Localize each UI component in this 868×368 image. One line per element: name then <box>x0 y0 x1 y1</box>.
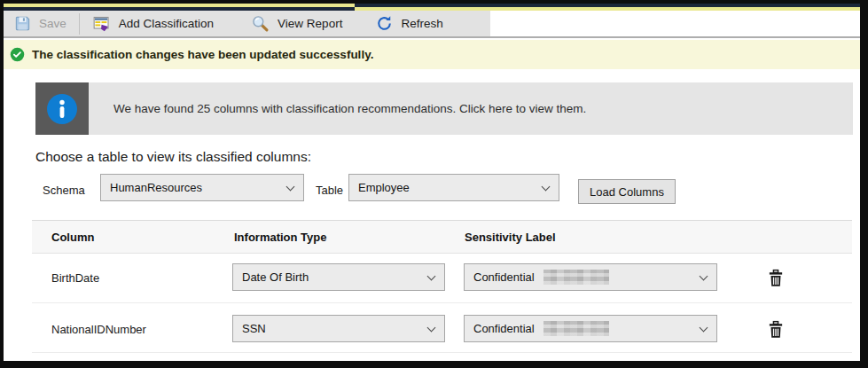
refresh-icon <box>376 15 393 32</box>
status-message: The classification changes have been upd… <box>32 48 373 61</box>
add-classification-button[interactable]: Add Classification <box>82 11 224 36</box>
info-icon-square <box>35 82 89 135</box>
redacted-text-blur <box>543 270 609 285</box>
chevron-down-icon <box>700 324 708 333</box>
sensitivity-label-value: Confidential <box>473 270 535 284</box>
view-report-button[interactable]: View Report <box>240 11 353 36</box>
table-dropdown[interactable]: Employee <box>348 174 559 201</box>
add-classification-icon <box>92 15 111 33</box>
save-button[interactable]: Save <box>4 11 77 36</box>
row-divider <box>32 352 852 353</box>
sensitivity-label-header: Sensitivity Label <box>465 231 556 244</box>
table-label: Table <box>316 184 343 197</box>
schema-dropdown[interactable]: HumanResources <box>100 174 304 201</box>
chevron-down-icon <box>542 183 551 192</box>
sensitivity-label-dropdown[interactable]: Confidential <box>464 315 717 342</box>
information-type-value: SSN <box>242 322 266 335</box>
information-type-header: Information Type <box>234 231 326 244</box>
chevron-down-icon <box>700 272 708 281</box>
delete-row-button[interactable] <box>766 269 786 288</box>
chevron-down-icon <box>427 324 436 333</box>
redacted-text-blur <box>543 321 609 336</box>
information-type-value: Date Of Birth <box>242 270 309 284</box>
load-columns-button[interactable]: Load Columns <box>578 179 676 204</box>
status-bar: The classification changes have been upd… <box>4 40 860 69</box>
save-icon <box>14 15 31 32</box>
information-type-dropdown[interactable]: SSN <box>232 315 445 342</box>
add-classification-label: Add Classification <box>119 17 214 30</box>
chevron-down-icon <box>427 272 436 281</box>
table-value: Employee <box>358 181 410 194</box>
recommendations-banner[interactable]: We have found 25 columns with classifica… <box>35 82 853 135</box>
row-divider <box>32 253 852 254</box>
row-divider <box>32 302 852 303</box>
check-circle-icon <box>10 47 25 62</box>
schema-value: HumanResources <box>110 181 202 194</box>
sensitivity-label-value: Confidential <box>473 322 535 335</box>
recommendations-banner-bar: We have found 25 columns with classifica… <box>89 82 853 135</box>
column-header: Column <box>51 231 94 244</box>
save-label: Save <box>39 17 66 30</box>
schema-label: Schema <box>43 184 85 197</box>
refresh-button[interactable]: Refresh <box>365 11 453 36</box>
delete-row-button[interactable] <box>766 320 786 340</box>
choose-table-heading: Choose a table to view its classified co… <box>35 149 311 165</box>
chevron-down-icon <box>286 183 295 192</box>
info-icon <box>46 93 78 125</box>
column-name: BirthDate <box>51 271 99 285</box>
view-report-label: View Report <box>278 17 342 30</box>
table-header-row: Column Information Type Sensitivity Labe… <box>32 220 852 253</box>
refresh-label: Refresh <box>401 17 442 30</box>
toolbar: Save Add Classification <box>4 11 860 38</box>
recommendations-message: We have found 25 columns with classifica… <box>113 102 586 115</box>
toolbar-separator <box>79 13 80 35</box>
information-type-dropdown[interactable]: Date Of Birth <box>232 263 445 291</box>
sensitivity-label-dropdown[interactable]: Confidential <box>464 263 717 291</box>
column-name: NationalIDNumber <box>51 323 146 336</box>
data-classification-pane: Save Add Classification <box>0 0 868 368</box>
view-report-icon <box>251 14 270 33</box>
